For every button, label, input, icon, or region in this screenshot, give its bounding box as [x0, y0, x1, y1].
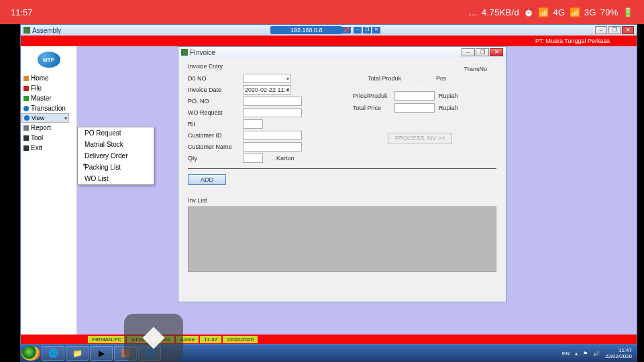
view-icon — [24, 115, 30, 121]
sidebar-item-transaction[interactable]: Transaction — [21, 103, 76, 113]
sidebar-item-label: View — [32, 115, 44, 121]
submenu-packing-list[interactable]: Packing List — [78, 162, 154, 173]
priceprod-input[interactable] — [394, 91, 435, 101]
company-name: PT. Muara Tunggal Perkasa — [535, 38, 610, 44]
fi-restore[interactable]: ❐ — [476, 48, 489, 56]
status-pc: FIRMAN-PC — [88, 336, 125, 343]
submenu-po-request[interactable]: PO Request — [78, 127, 154, 139]
totprice-label: Total Price — [353, 105, 390, 111]
finvoice-icon — [181, 49, 188, 56]
taskbar[interactable]: 🌐 📁 ▶ 🟫 🟦 EN ▴ ⚑ 🔊 11:47 22/02/2020 — [20, 345, 637, 362]
pono-input[interactable] — [243, 97, 302, 106]
dono-label: D0 NO — [188, 75, 239, 82]
sidebar-item-label: Report — [31, 124, 51, 131]
status-bar: FIRMAN-PC admin Online Active 11:47 22/0… — [21, 335, 637, 344]
pono-label: PO. NO — [188, 98, 239, 105]
file-icon — [23, 86, 29, 91]
invdate-label: Invoice Date — [188, 86, 239, 93]
rdp-restore[interactable]: ❐ — [363, 27, 371, 34]
divider — [188, 168, 496, 169]
system-tray[interactable]: EN ▴ ⚑ 🔊 11:47 22/02/2020 — [562, 347, 636, 359]
sidebar-item-file[interactable]: File — [21, 83, 76, 93]
totprice-input[interactable] — [394, 103, 435, 113]
custname-input[interactable] — [243, 142, 302, 152]
sidebar-item-label: Home — [31, 74, 49, 82]
invlist-label: Inv List — [188, 197, 496, 204]
custid-label: Customer ID — [188, 132, 239, 139]
karton-label: Karton — [276, 155, 294, 162]
rdp-min[interactable]: – — [354, 27, 362, 34]
exit-icon — [23, 145, 29, 151]
rupiah-label1: Rupiah — [439, 93, 458, 99]
submenu-material-stock[interactable]: Matrial Stock — [78, 139, 154, 150]
pcs-label: Pcs — [436, 75, 446, 82]
tray-up-icon[interactable]: ▴ — [575, 351, 578, 357]
phone-status-bar: 11:57 … 4,75KB/d ⏰ 📶 4G 📶 3G 79% 🔋 — [0, 0, 644, 24]
net-4g: 4G — [553, 7, 566, 17]
custid-input[interactable] — [243, 131, 302, 140]
remote-addr: 192.168.0.8 — [270, 26, 343, 34]
rit-label: Rit — [188, 121, 239, 127]
submenu-wo-list[interactable]: WO List — [78, 173, 154, 184]
priceprod-label: Price/Produk — [353, 93, 390, 99]
tray-volume-icon[interactable]: 🔊 — [593, 351, 600, 357]
master-icon — [23, 96, 29, 101]
net-3g: 3G — [584, 7, 596, 17]
taskbar-explorer[interactable]: 📁 — [66, 346, 89, 361]
battery-icon: 🔋 — [623, 7, 633, 17]
tray-lang[interactable]: EN — [562, 351, 570, 357]
woreq-input[interactable] — [243, 108, 302, 117]
transno-label: TransNo — [464, 66, 487, 72]
totprod-label: Total Produk — [353, 75, 401, 82]
fi-minimize[interactable]: – — [462, 48, 475, 56]
rit-input[interactable] — [243, 119, 263, 129]
taskbar-ie[interactable]: 🌐 — [42, 346, 64, 361]
sidebar-item-label: Master — [31, 95, 52, 102]
main-window: Assembly 192.168.0.8 📌 – ❐ ✕ – ❐ ✕ PT. M… — [20, 24, 637, 345]
app-icon — [23, 27, 30, 34]
start-button[interactable] — [21, 346, 40, 361]
sidebar-item-master[interactable]: Master — [21, 93, 76, 103]
taskbar-media[interactable]: ▶ — [90, 346, 113, 361]
finvoice-titlebar[interactable]: FInvoice – ❐ ✕ — [178, 47, 506, 58]
tool-icon — [23, 135, 29, 141]
view-submenu: PO Request Matrial Stock Delivery Order … — [77, 127, 154, 185]
add-button[interactable]: ADD — [188, 174, 226, 185]
pin-icon[interactable]: 📌 — [341, 27, 351, 34]
woreq-label: WO Request — [188, 109, 239, 116]
invdate-select[interactable]: 2020-02-22 11:4 — [243, 85, 291, 95]
sidebar-item-home[interactable]: Home — [21, 73, 76, 83]
battery-pct: 79% — [600, 7, 619, 17]
process-inv-button[interactable]: PROCESS INV >> — [388, 133, 453, 143]
finvoice-window: FInvoice – ❐ ✕ Invoice Entry D0 NO Invoi… — [178, 46, 506, 302]
restore-button[interactable]: ❐ — [608, 26, 621, 34]
signal2-icon: 📶 — [570, 7, 580, 17]
content-area: FInvoice – ❐ ✕ Invoice Entry D0 NO Invoi… — [77, 46, 637, 335]
report-icon — [23, 125, 29, 131]
fi-close[interactable]: ✕ — [490, 48, 503, 56]
signal-icon: 📶 — [538, 7, 549, 17]
custname-label: Customer Name — [188, 143, 239, 150]
remote-overlay-icon[interactable] — [124, 314, 183, 362]
inv-list-grid[interactable] — [188, 206, 496, 272]
sidebar-item-exit[interactable]: Exit — [21, 143, 76, 153]
qty-input[interactable] — [243, 154, 263, 163]
qty-label: Qty — [188, 155, 239, 162]
phone-right: … 4,75KB/d ⏰ 📶 4G 📶 3G 79% 🔋 — [469, 7, 633, 17]
tray-flag-icon[interactable]: ⚑ — [583, 351, 588, 357]
submenu-delivery-order[interactable]: Delivery Order — [78, 150, 154, 162]
window-titlebar[interactable]: Assembly 192.168.0.8 📌 – ❐ ✕ – ❐ ✕ — [21, 25, 637, 36]
tray-time[interactable]: 11:47 — [605, 347, 632, 353]
minimize-button[interactable]: – — [595, 26, 607, 34]
phone-time: 11:57 — [11, 7, 33, 17]
close-button[interactable]: ✕ — [622, 26, 634, 34]
sidebar-item-tool[interactable]: Tool — [21, 133, 76, 143]
sidebar-item-label: Tool — [31, 134, 43, 141]
rdp-close[interactable]: ✕ — [372, 27, 380, 34]
sidebar-item-report[interactable]: Report — [21, 123, 76, 133]
totprod-value: . — [405, 75, 432, 82]
tray-date[interactable]: 22/02/2020 — [605, 353, 632, 359]
home-icon — [23, 76, 29, 81]
dono-select[interactable] — [243, 74, 291, 83]
sidebar-item-view[interactable]: View — [21, 113, 69, 123]
